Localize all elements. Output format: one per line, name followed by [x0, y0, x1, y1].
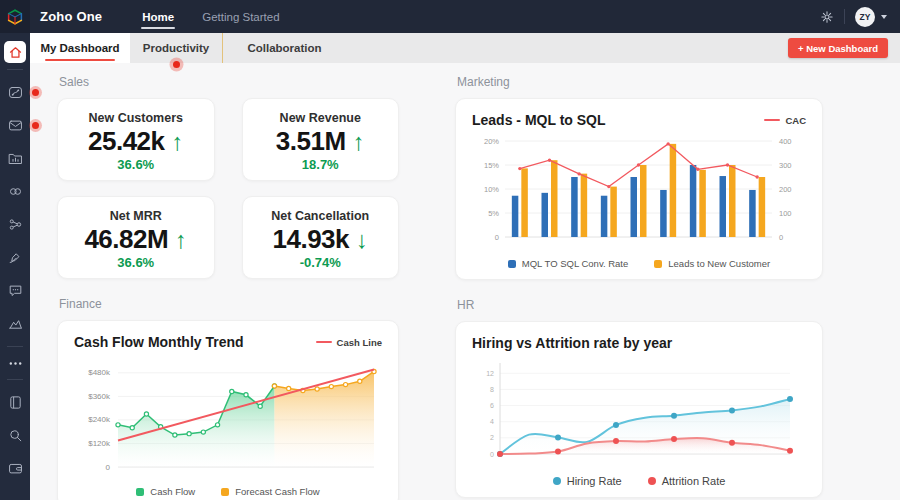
user-menu[interactable]: ZY: [855, 7, 887, 27]
red-line-swatch: [316, 341, 332, 343]
section-label-hr: HR: [457, 298, 823, 312]
sidebar-divider: [7, 69, 23, 70]
mountain-chart-icon: [8, 316, 23, 331]
kpi-delta: 36.6%: [58, 255, 214, 270]
kpi-title: New Customers: [58, 111, 214, 125]
legend-mql-sql-rate[interactable]: MQL TO SQL Conv. Rate: [508, 258, 628, 269]
sidebar-item-links[interactable]: [0, 175, 30, 208]
sidebar-item-home[interactable]: [4, 41, 26, 63]
svg-text:400: 400: [779, 137, 792, 146]
sidebar-item-share[interactable]: [0, 208, 30, 241]
left-column: Sales New Customers 25.42k ↑ 36.6% New R…: [57, 75, 399, 500]
sidebar-item-notebook[interactable]: [0, 386, 30, 419]
sidebar-item-flow[interactable]: [0, 76, 30, 109]
sidebar-item-more[interactable]: [0, 353, 30, 373]
legend-label: Cash Flow: [150, 486, 195, 497]
svg-text:0: 0: [779, 233, 783, 242]
green-swatch: [136, 488, 144, 496]
legend-forecast-cash-flow[interactable]: Forecast Cash Flow: [221, 486, 319, 497]
kpi-title: New Revenue: [243, 111, 399, 125]
marketing-chart-card: Leads - MQL to SQL CAC 20%15%10%5%040030…: [455, 98, 823, 280]
legend-cash-flow[interactable]: Cash Flow: [136, 486, 195, 497]
topbar-divider: [844, 9, 845, 24]
sidebar-item-search-app[interactable]: [0, 419, 30, 452]
kpi-title: Net MRR: [58, 209, 214, 223]
topbar-right: ZY: [820, 7, 900, 27]
chevron-down-icon[interactable]: [881, 15, 887, 19]
link-icon: [8, 184, 23, 199]
legend-label: Attrition Rate: [662, 475, 726, 487]
legend-label: Cash Line: [337, 337, 382, 348]
red-dot-swatch: [648, 477, 656, 485]
svg-text:0: 0: [495, 233, 499, 242]
tab-my-dashboard[interactable]: My Dashboard: [30, 33, 130, 63]
chat-icon: [8, 283, 23, 298]
notebook-icon: [8, 395, 23, 410]
finance-legend: Cash Flow Forecast Cash Flow: [74, 486, 382, 497]
svg-text:$240k: $240k: [88, 415, 111, 424]
sidebar-item-mail[interactable]: [0, 109, 30, 142]
marketing-legend: MQL TO SQL Conv. Rate Leads to New Custo…: [472, 258, 806, 269]
svg-text:2: 2: [490, 434, 494, 441]
legend-attrition-rate[interactable]: Attrition Rate: [648, 475, 726, 487]
svg-text:12: 12: [486, 370, 494, 377]
kpi-value: 3.51M: [276, 126, 346, 157]
svg-text:$360k: $360k: [88, 392, 111, 401]
sidebar-divider: [7, 346, 23, 347]
svg-text:300: 300: [779, 161, 792, 170]
section-label-sales: Sales: [59, 75, 399, 89]
avatar[interactable]: ZY: [855, 7, 875, 27]
kpi-card-net-mrr: Net MRR 46.82M ↑ 36.6%: [57, 196, 215, 279]
brand-title: Zoho One: [40, 9, 102, 24]
kpi-delta: 36.6%: [58, 157, 214, 172]
zoho-one-logo[interactable]: [0, 0, 30, 33]
yellow-swatch: [221, 488, 229, 496]
blue-dot-swatch: [553, 477, 561, 485]
tab-collaboration[interactable]: Collaboration: [222, 33, 346, 63]
svg-text:4: 4: [490, 418, 494, 425]
svg-text:6: 6: [490, 402, 494, 409]
trend-arrow-icon: ↑: [175, 228, 187, 252]
kpi-card-new-customers: New Customers 25.42k ↑ 36.6%: [57, 98, 215, 181]
svg-text:100: 100: [779, 209, 792, 218]
svg-text:200: 200: [779, 185, 792, 194]
cash-line-legend[interactable]: Cash Line: [316, 337, 382, 348]
nav-item-home[interactable]: Home: [128, 0, 188, 33]
svg-text:20%: 20%: [484, 137, 499, 146]
cac-line-legend[interactable]: CAC: [764, 115, 806, 126]
settings-gear-icon[interactable]: [820, 10, 834, 24]
svg-text:5%: 5%: [488, 209, 499, 218]
legend-label: Leads to New Customer: [668, 258, 770, 269]
sidebar-item-chat[interactable]: [0, 274, 30, 307]
kpi-delta: 18.7%: [243, 157, 399, 172]
topbar-nav: Home Getting Started: [128, 0, 293, 33]
tour-hotspot-dot: [173, 61, 180, 68]
chart-title: Hiring vs Attrition rate by year: [472, 335, 672, 351]
trend-arrow-icon: ↑: [172, 130, 184, 154]
sidebar-item-analytics[interactable]: [0, 307, 30, 340]
section-label-finance: Finance: [59, 297, 399, 311]
app-sidebar: [0, 33, 30, 500]
yellow-swatch: [654, 260, 662, 268]
sidebar-item-sign[interactable]: [0, 241, 30, 274]
hr-legend: Hiring Rate Attrition Rate: [472, 475, 806, 487]
folder-chart-icon: [8, 151, 23, 166]
legend-hiring-rate[interactable]: Hiring Rate: [553, 475, 622, 487]
kpi-card-net-cancellation: Net Cancellation 14.93k ↓ -0.74%: [242, 196, 400, 279]
section-label-marketing: Marketing: [457, 75, 823, 89]
kpi-title: Net Cancellation: [243, 209, 399, 223]
sidebar-item-reports[interactable]: [0, 142, 30, 175]
red-line-swatch: [764, 119, 780, 121]
new-dashboard-button[interactable]: + New Dashboard: [788, 38, 888, 58]
legend-leads-new-customer[interactable]: Leads to New Customer: [654, 258, 770, 269]
chart-title: Leads - MQL to SQL: [472, 112, 606, 128]
main-area: My Dashboard Productivity Collaboration …: [30, 33, 900, 500]
svg-text:15%: 15%: [484, 161, 499, 170]
finance-chart-card: Cash Flow Monthly Trend Cash Line $480k$…: [57, 320, 399, 500]
tab-productivity[interactable]: Productivity: [130, 33, 222, 63]
sidebar-item-wallet[interactable]: [0, 452, 30, 485]
notification-dot: [32, 89, 39, 96]
wallet-icon: [8, 461, 23, 476]
nav-item-getting-started[interactable]: Getting Started: [188, 0, 293, 33]
home-icon: [8, 45, 23, 60]
